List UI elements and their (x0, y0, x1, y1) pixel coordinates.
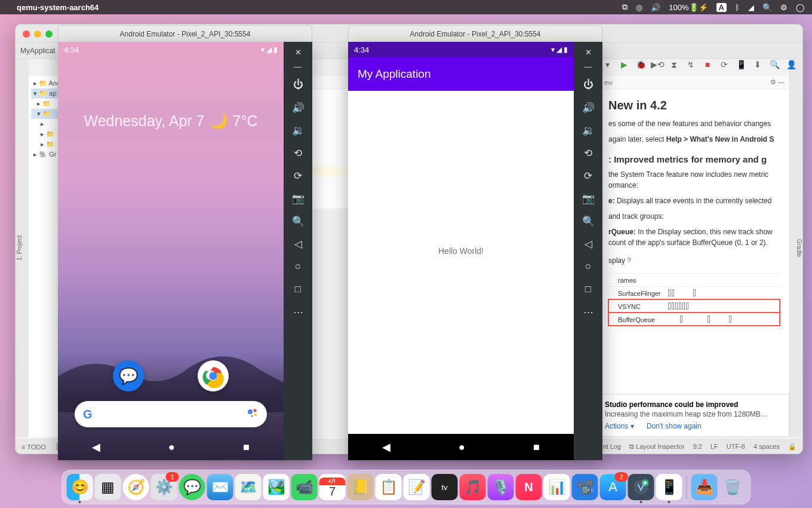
finder-icon[interactable]: 😊 (67, 474, 93, 500)
rotate-right-icon[interactable]: ⟳ (287, 165, 309, 186)
close-icon[interactable]: ✕ (287, 45, 309, 59)
volume-down-icon[interactable]: 🔉 (577, 120, 599, 141)
safari-icon[interactable]: 🧭 (123, 474, 149, 500)
back-icon[interactable]: ◁ (287, 233, 309, 255)
contacts-icon[interactable]: 📒 (347, 474, 374, 500)
overview-icon[interactable]: □ (287, 279, 309, 300)
power-icon[interactable]: ⏻ (577, 74, 599, 96)
overview-icon[interactable]: □ (577, 279, 599, 300)
emulator-titlebar[interactable]: Android Emulator - Pixel_2_API_30:5554 (348, 25, 602, 42)
input-source-icon[interactable]: A (716, 3, 727, 12)
emulator-titlebar[interactable]: Android Emulator - Pixel_2_API_30:5554 (58, 25, 312, 42)
airdrop-icon[interactable]: ◎ (636, 3, 642, 12)
account-icon[interactable]: 👤 (786, 59, 796, 70)
gear-icon[interactable]: ⚙ — (770, 78, 785, 86)
svg-point-5 (254, 414, 257, 416)
power-icon[interactable]: ⏻ (287, 74, 309, 96)
rotate-left-icon[interactable]: ⟲ (577, 142, 599, 164)
launchpad-icon[interactable]: ▦ (95, 474, 121, 500)
rail-gradle[interactable]: Gradle (796, 239, 802, 257)
assistant-icon[interactable] (247, 407, 259, 421)
sync-icon[interactable]: ⟳ (719, 59, 730, 70)
camera-icon[interactable]: 📷 (577, 188, 599, 209)
zoom-icon[interactable]: 🔍 (577, 210, 599, 232)
back-button[interactable]: ◀ (92, 440, 100, 454)
menubar-app-name[interactable]: qemu-system-aarch64 (17, 3, 99, 12)
reminders-icon[interactable]: 📋 (376, 474, 402, 500)
search-icon[interactable]: 🔍 (769, 59, 780, 70)
google-search-bar[interactable]: G (75, 401, 267, 427)
recents-button[interactable]: ■ (243, 441, 250, 454)
avd-icon[interactable]: 📱 (736, 59, 746, 70)
android-studio-icon[interactable] (628, 474, 654, 500)
rail-project[interactable]: 1: Project (16, 235, 23, 261)
spotlight-icon[interactable]: 🔍 (762, 3, 772, 12)
back-icon[interactable]: ◁ (577, 233, 599, 255)
siri-icon[interactable]: ◯ (796, 3, 805, 12)
notif-dismiss-link[interactable]: Don't show again (647, 422, 702, 430)
emulator-screen-app[interactable]: 4:34 ▾◢▮ My Application Hello World! ◀ ●… (348, 42, 574, 460)
minimize-icon[interactable]: — (287, 60, 309, 73)
zoom-icon[interactable]: 🔍 (287, 210, 309, 232)
bluetooth-icon[interactable]: ᛒ (735, 3, 740, 12)
minimize-window-button[interactable] (34, 30, 41, 38)
mail-icon[interactable]: ✉️ (207, 474, 233, 500)
recents-button[interactable]: ■ (533, 441, 540, 454)
numbers-icon[interactable]: 📊 (544, 474, 570, 500)
stop-button[interactable]: ■ (702, 59, 713, 70)
rotate-left-icon[interactable]: ⟲ (287, 142, 309, 164)
volume-down-icon[interactable]: 🔉 (287, 120, 309, 141)
notif-actions-link[interactable]: Actions ▾ (605, 422, 634, 430)
settings-icon[interactable]: ⚙️ (151, 474, 177, 500)
trash-icon[interactable]: 🗑️ (719, 474, 746, 500)
home-icon[interactable]: ○ (577, 256, 599, 277)
volume-up-icon[interactable]: 🔊 (287, 97, 309, 118)
screen-mirror-icon[interactable]: ⧉ (622, 2, 628, 12)
control-center-icon[interactable]: ⚙ (780, 3, 788, 12)
messages-icon[interactable]: 💬 (179, 474, 205, 500)
wifi-icon[interactable]: ◢ (748, 3, 754, 12)
back-button[interactable]: ◀ (382, 440, 390, 454)
minimize-icon[interactable]: — (577, 60, 599, 73)
notes-icon[interactable]: 📝 (404, 474, 430, 500)
layout-inspector-tab[interactable]: ⧉ Layout Inspector (629, 443, 684, 451)
home-widget[interactable]: Wednesday, Apr 7🌙7°C (58, 102, 284, 140)
podcasts-icon[interactable]: 🎙️ (488, 474, 514, 500)
camera-icon[interactable]: 📷 (287, 188, 309, 209)
maps-icon[interactable]: 🗺️ (235, 474, 262, 500)
calendar-icon[interactable]: 4月7 (319, 474, 346, 500)
more-icon[interactable]: ⋯ (577, 301, 599, 323)
emulator-screen-home[interactable]: 4:34 ▾◢▮ Wednesday, Apr 7🌙7°C 💬 G (58, 42, 284, 460)
close-icon[interactable]: ✕ (577, 45, 599, 59)
photos-icon[interactable]: 🏞️ (263, 474, 290, 500)
facetime-icon[interactable]: 📹 (291, 474, 318, 500)
news-icon[interactable]: N (516, 474, 542, 500)
device-select[interactable]: ▾ (602, 59, 613, 70)
battery-status[interactable]: 100% 🔋⚡ (669, 3, 708, 12)
downloads-icon[interactable]: 📥 (691, 474, 718, 500)
appstore-icon[interactable]: A (600, 474, 626, 500)
messages-app-icon[interactable]: 💬 (113, 360, 144, 391)
sdk-icon[interactable]: ⬇ (752, 59, 763, 70)
chrome-app-icon[interactable] (198, 360, 229, 391)
keynote-icon[interactable]: 📽️ (572, 474, 598, 500)
zoom-window-button[interactable] (45, 30, 53, 38)
home-button[interactable]: ● (168, 441, 175, 454)
run-button[interactable]: ▶ (619, 59, 629, 70)
rotate-right-icon[interactable]: ⟳ (577, 165, 599, 186)
more-icon[interactable]: ⋯ (287, 301, 309, 323)
lock-icon[interactable]: 🔒 (788, 443, 796, 451)
volume-up-icon[interactable]: 🔊 (577, 97, 599, 118)
todo-tab[interactable]: ≡ TODO (21, 443, 46, 451)
scrcpy-icon[interactable]: 📱 (656, 474, 682, 500)
profile-icon[interactable]: ⧗ (669, 59, 679, 70)
coverage-button[interactable]: ▶⟲ (652, 59, 663, 70)
volume-icon[interactable]: 🔊 (651, 3, 660, 12)
home-button[interactable]: ● (459, 441, 465, 454)
debug-button[interactable]: 🐞 (635, 59, 646, 70)
attach-icon[interactable]: ↯ (685, 59, 696, 70)
music-icon[interactable]: 🎵 (460, 474, 486, 500)
home-icon[interactable]: ○ (287, 256, 309, 277)
close-window-button[interactable] (23, 30, 30, 38)
appletv-icon[interactable]: tv (432, 474, 458, 500)
